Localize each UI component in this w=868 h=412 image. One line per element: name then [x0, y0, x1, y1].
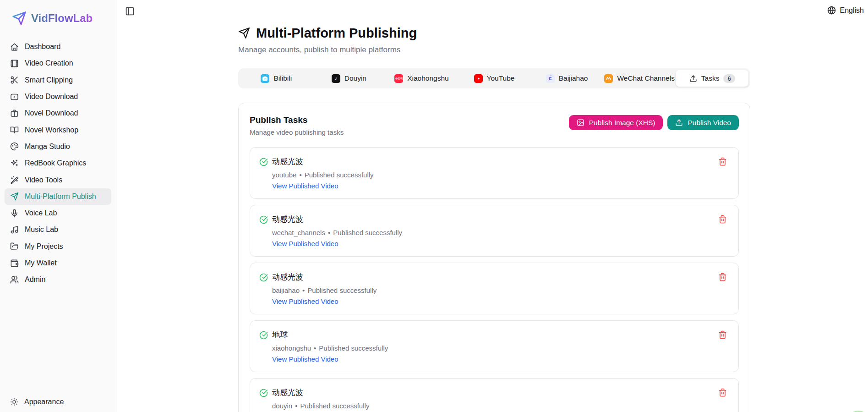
- delete-task-button[interactable]: [718, 388, 727, 397]
- upload-icon: [689, 75, 697, 82]
- publish-video-button[interactable]: Publish Video: [667, 115, 739, 130]
- sidebar-item-label: Voice Lab: [25, 209, 57, 217]
- main-area: English Multi-Platform Publishing Manage…: [116, 0, 868, 412]
- appearance-toggle[interactable]: Appearance: [10, 398, 64, 406]
- app-window: VidFlowLab DashboardVideo CreationSmart …: [0, 0, 868, 412]
- sidebar-item-label: Video Creation: [25, 59, 73, 67]
- task-status: Published successfully: [319, 344, 388, 352]
- delete-task-button[interactable]: [718, 330, 727, 339]
- sidebar-item-voice-lab[interactable]: Voice Lab: [5, 205, 111, 221]
- view-published-video-link[interactable]: View Published Video: [272, 240, 338, 247]
- sidebar-item-dashboard[interactable]: Dashboard: [5, 38, 111, 55]
- task-title: 动感光波: [272, 157, 374, 167]
- task-row: 地球xiaohongshu•Published successfullyView…: [250, 320, 739, 372]
- home-icon: [10, 43, 19, 51]
- task-list: 动感光波youtube•Published successfullyView P…: [250, 147, 739, 412]
- tab-xiaohongshu[interactable]: 小红书Xiaohongshu: [385, 70, 458, 87]
- sidebar-item-multi-platform-publish[interactable]: Multi-Platform Publish: [5, 188, 111, 205]
- sidebar-toggle-icon[interactable]: [125, 6, 135, 16]
- check-circle-icon: [259, 331, 268, 340]
- page-title: Multi-Platform Publishing: [238, 25, 750, 41]
- tab-label: Baijiahao: [559, 74, 588, 82]
- task-meta: xiaohongshu•Published successfully: [272, 344, 388, 352]
- task-status: Published successfully: [333, 229, 402, 236]
- tab-bilibili[interactable]: Bilibili: [240, 70, 313, 87]
- sidebar-item-label: Multi-Platform Publish: [25, 192, 96, 201]
- language-selector[interactable]: English: [827, 6, 864, 15]
- task-title: 地球: [272, 330, 388, 340]
- publish-image-label: Publish Image (XHS): [589, 119, 655, 127]
- task-row: 动感光波wechat_channels•Published successful…: [250, 205, 739, 257]
- sidebar-item-video-tools[interactable]: Video Tools: [5, 171, 111, 188]
- task-platform: baijiahao: [272, 286, 300, 294]
- task-row: 动感光波baijiahao•Published successfullyView…: [250, 263, 739, 314]
- task-meta: baijiahao•Published successfully: [272, 286, 377, 294]
- sparkles-icon: [10, 159, 19, 168]
- sun-icon: [10, 398, 18, 406]
- content-column: Multi-Platform Publishing Manage account…: [238, 0, 750, 412]
- book-open-icon: [10, 126, 19, 134]
- task-status: Published successfully: [305, 171, 374, 179]
- music-icon: [10, 225, 19, 234]
- sidebar-item-smart-clipping[interactable]: Smart Clipping: [5, 72, 111, 88]
- tab-youtube[interactable]: YouTube: [458, 70, 531, 87]
- tab-label: Tasks: [701, 74, 720, 82]
- wechat-channels-icon: [604, 74, 613, 83]
- tasks-count-badge: 6: [723, 74, 735, 83]
- task-title: 动感光波: [272, 214, 402, 225]
- appearance-label: Appearance: [24, 398, 64, 406]
- page-subtitle: Manage accounts, publish to multiple pla…: [238, 45, 750, 55]
- sidebar-item-label: Novel Download: [25, 109, 78, 117]
- delete-task-button[interactable]: [718, 215, 727, 224]
- publish-image-button[interactable]: Publish Image (XHS): [569, 115, 663, 130]
- sidebar-item-redbook-graphics[interactable]: RedBook Graphics: [5, 155, 111, 171]
- delete-task-button[interactable]: [718, 157, 727, 166]
- tab-label: Bilibili: [273, 74, 292, 82]
- meta-separator: •: [302, 286, 305, 294]
- sidebar-item-admin[interactable]: Admin: [5, 271, 111, 288]
- sidebar-item-label: Dashboard: [25, 43, 60, 51]
- view-published-video-link[interactable]: View Published Video: [272, 182, 338, 190]
- task-body: 动感光波douyin•Published successfullyView Pu…: [272, 387, 369, 412]
- language-label: English: [840, 6, 864, 15]
- film-icon: [10, 59, 19, 68]
- douyin-icon: ♪: [332, 74, 340, 83]
- app-title: VidFlowLab: [31, 12, 93, 25]
- sidebar-item-novel-workshop[interactable]: Novel Workshop: [5, 121, 111, 138]
- task-title: 动感光波: [272, 388, 369, 398]
- task-body: 地球xiaohongshu•Published successfullyView…: [272, 330, 388, 363]
- sidebar-item-label: Video Tools: [25, 176, 62, 184]
- sidebar-item-video-download[interactable]: Video Download: [5, 88, 111, 105]
- sidebar-item-label: RedBook Graphics: [25, 159, 86, 167]
- tab-wechat-channels[interactable]: WeChat Channels: [603, 70, 676, 87]
- sidebar-item-novel-download[interactable]: Novel Download: [5, 105, 111, 121]
- tab-douyin[interactable]: ♪Douyin: [313, 70, 386, 87]
- task-body: 动感光波baijiahao•Published successfullyView…: [272, 272, 377, 305]
- sidebar-item-my-projects[interactable]: My Projects: [5, 238, 111, 255]
- card-subtitle: Manage video publishing tasks: [250, 128, 344, 136]
- image-icon: [577, 119, 584, 126]
- card-header-text: Publish Tasks Manage video publishing ta…: [250, 115, 344, 136]
- check-circle-icon: [259, 273, 268, 282]
- task-status: Published successfully: [300, 402, 369, 410]
- view-published-video-link[interactable]: View Published Video: [272, 297, 338, 305]
- xiaohongshu-icon: 小红书: [394, 74, 403, 83]
- task-row: 动感光波douyin•Published successfullyView Pu…: [250, 378, 739, 412]
- wand-icon: [10, 176, 19, 184]
- sidebar-item-manga-studio[interactable]: Manga Studio: [5, 138, 111, 155]
- task-meta: youtube•Published successfully: [272, 171, 374, 179]
- baijiahao-icon: c̄: [546, 74, 555, 83]
- task-meta: wechat_channels•Published successfully: [272, 229, 402, 236]
- sidebar-item-music-lab[interactable]: Music Lab: [5, 221, 111, 238]
- sidebar-item-my-wallet[interactable]: My Wallet: [5, 255, 111, 271]
- delete-task-button[interactable]: [718, 273, 727, 281]
- publish-video-label: Publish Video: [688, 119, 731, 127]
- tab-baijiahao[interactable]: c̄Baijiahao: [530, 70, 603, 87]
- sidebar-item-label: Manga Studio: [25, 143, 70, 151]
- tab-tasks[interactable]: Tasks6: [676, 70, 748, 87]
- sidebar-item-label: Video Download: [25, 93, 78, 101]
- youtube-icon: [474, 74, 483, 83]
- check-circle-icon: [259, 215, 268, 224]
- view-published-video-link[interactable]: View Published Video: [272, 355, 338, 363]
- sidebar-item-video-creation[interactable]: Video Creation: [5, 55, 111, 71]
